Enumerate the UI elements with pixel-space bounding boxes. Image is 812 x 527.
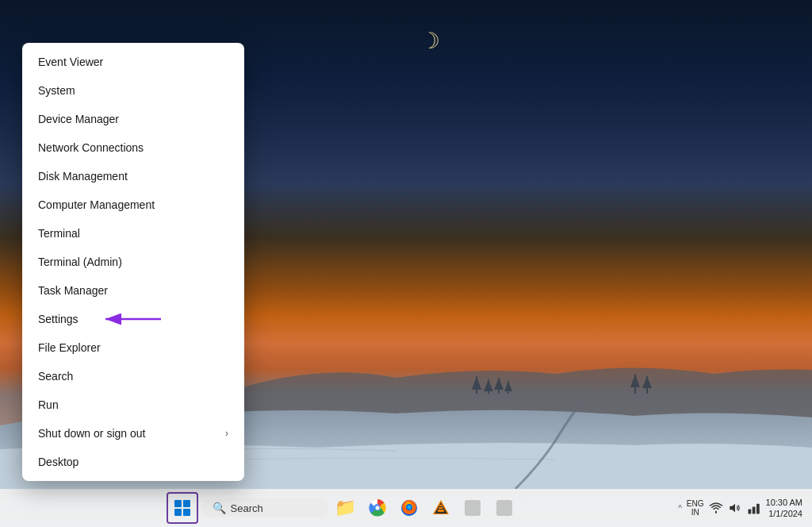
svg-point-21	[407, 506, 411, 510]
svg-rect-25	[439, 507, 443, 509]
win-logo-br	[183, 509, 190, 516]
windows-logo	[174, 500, 190, 516]
menu-item-search[interactable]: Search	[22, 362, 244, 390]
file-explorer-icon: 📁	[335, 498, 356, 518]
time: 10:30 AM	[766, 497, 802, 508]
volume-icon[interactable]	[728, 501, 742, 515]
menu-item-event-viewer[interactable]: Event Viewer	[22, 48, 244, 76]
taskbar-unknown-icon-2[interactable]	[490, 494, 519, 522]
menu-item-terminal-admin[interactable]: Terminal (Admin)	[22, 248, 244, 276]
menu-item-shut-down[interactable]: Shut down or sign out ›	[22, 419, 244, 448]
shut-down-chevron: ›	[225, 428, 228, 439]
menu-item-settings[interactable]: Settings	[22, 305, 244, 333]
menu-item-desktop[interactable]: Desktop	[22, 448, 244, 476]
taskbar-chrome-icon[interactable]	[363, 494, 392, 522]
clock-display[interactable]: 10:30 AM 1/1/2024	[766, 497, 802, 520]
system-tray: ^ ENGIN 10:30 AM 1/1/2024	[678, 497, 812, 520]
menu-item-task-manager[interactable]: Task Manager	[22, 276, 244, 305]
context-menu: Event Viewer System Device Manager Netwo…	[22, 43, 244, 481]
wifi-icon[interactable]	[709, 501, 723, 515]
chrome-icon	[368, 498, 387, 517]
svg-marker-29	[730, 504, 735, 513]
menu-item-computer-management[interactable]: Computer Management	[22, 190, 244, 219]
win-logo-tl	[174, 500, 182, 507]
svg-rect-30	[748, 510, 751, 514]
language-indicator[interactable]: ENGIN	[687, 499, 704, 517]
search-bar[interactable]: 🔍 Search	[201, 498, 328, 517]
search-label: Search	[231, 502, 263, 514]
start-button[interactable]	[167, 492, 198, 524]
svg-rect-28	[496, 500, 512, 516]
unknown-icon-1	[463, 498, 482, 517]
menu-item-system[interactable]: System	[22, 76, 244, 105]
menu-item-terminal[interactable]: Terminal	[22, 219, 244, 248]
menu-item-network-connections[interactable]: Network Connections	[22, 133, 244, 162]
svg-rect-27	[465, 500, 481, 516]
tray-expand-icon[interactable]: ^	[678, 504, 682, 513]
taskbar-firefox-icon[interactable]	[395, 494, 423, 522]
svg-point-18	[375, 506, 379, 510]
taskbar-file-explorer-icon[interactable]: 📁	[331, 494, 360, 522]
vlc-icon	[431, 498, 450, 517]
date: 1/1/2024	[766, 508, 802, 519]
taskbar: 🔍 Search 📁	[0, 489, 812, 527]
menu-item-disk-management[interactable]: Disk Management	[22, 162, 244, 190]
svg-rect-26	[439, 505, 442, 506]
taskbar-unknown-icon-1[interactable]	[458, 494, 487, 522]
menu-item-file-explorer[interactable]: File Explorer	[22, 333, 244, 362]
win-logo-tr	[183, 500, 190, 507]
firefox-icon	[400, 498, 419, 517]
win-logo-bl	[174, 509, 182, 516]
network-icon[interactable]	[747, 501, 761, 515]
svg-rect-32	[756, 504, 760, 514]
search-icon: 🔍	[213, 502, 226, 514]
taskbar-center: 🔍 Search 📁	[6, 492, 678, 524]
svg-rect-24	[438, 510, 444, 512]
menu-item-run[interactable]: Run	[22, 390, 244, 419]
settings-arrow-annotation	[90, 305, 169, 333]
taskbar-vlc-icon[interactable]	[427, 494, 455, 522]
svg-rect-31	[752, 507, 755, 514]
menu-item-device-manager[interactable]: Device Manager	[22, 105, 244, 133]
unknown-icon-2	[495, 498, 514, 517]
